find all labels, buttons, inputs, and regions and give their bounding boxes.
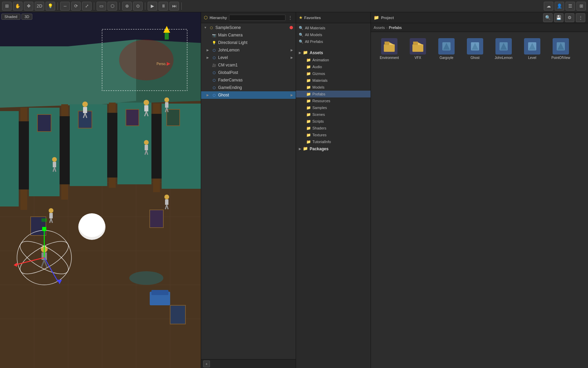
scene-3d-btn[interactable]: 3D bbox=[21, 14, 32, 20]
tree-models[interactable]: 📁 Models bbox=[296, 84, 371, 91]
hierarchy-search[interactable] bbox=[229, 15, 285, 21]
toolbar-btn-hand[interactable]: ✋ bbox=[13, 2, 22, 11]
toolbar-btn-transform[interactable]: ↔ bbox=[60, 2, 70, 11]
fav-all-prefabs[interactable]: 🔍 All Prefabs bbox=[296, 38, 371, 45]
svg-rect-56 bbox=[53, 162, 56, 167]
favorites-title: Favorites bbox=[304, 16, 321, 20]
assets-section-header[interactable]: ▶ 📁 Assets bbox=[296, 49, 371, 57]
toolbar-btn-layers[interactable]: ☰ bbox=[566, 2, 575, 11]
hierarchy-item-cm-vcam1[interactable]: 🎥 CM vcam1 bbox=[201, 61, 296, 69]
project-header: 📁 Project 🔍 💾 ⚙ ⋮ bbox=[371, 12, 588, 23]
file-gargoyle[interactable]: Gargoyle bbox=[433, 37, 460, 61]
tree-textures[interactable]: 📁 Textures bbox=[296, 132, 371, 138]
toolbar-btn-light[interactable]: 💡 bbox=[46, 2, 55, 11]
breadcrumb-prefabs[interactable]: Prefabs bbox=[389, 26, 402, 30]
toolbar-btn-rotate[interactable]: ⟳ bbox=[71, 2, 81, 11]
hierarchy-item-main-camera[interactable]: 📷 Main Camera bbox=[201, 31, 296, 39]
packages-section-header[interactable]: ▶ 📁 Packages bbox=[296, 145, 371, 153]
hierarchy-item-dir-light[interactable]: 💡 Directional Light bbox=[201, 39, 296, 46]
toolbar-btn-hex[interactable]: ⬡ bbox=[108, 2, 117, 11]
hierarchy-item-level[interactable]: ▶ ⬡ Level ▶ bbox=[201, 54, 296, 61]
ghost-file-label: Ghost bbox=[471, 56, 480, 60]
shaders-folder-icon: 📁 bbox=[306, 126, 311, 131]
hierarchy-more-btn[interactable]: ⋮ bbox=[288, 15, 293, 20]
toolbar-btn-pause[interactable]: ⏸ bbox=[159, 2, 168, 11]
fav-all-models[interactable]: 🔍 All Models bbox=[296, 31, 371, 38]
project-icon: 📁 bbox=[374, 15, 379, 20]
toolbar-btn-2d[interactable]: 2D bbox=[35, 2, 44, 11]
viewport[interactable]: ▶ Perso... Shaded 3D bbox=[0, 12, 201, 368]
fadercanvas-icon: ⬡ bbox=[211, 77, 217, 83]
fav-models-label: All Models bbox=[305, 33, 322, 37]
tree-audio[interactable]: 📁 Audio bbox=[296, 63, 371, 70]
svg-rect-34 bbox=[126, 109, 139, 126]
sep1 bbox=[58, 2, 58, 10]
tree-scenes[interactable]: 📁 Scenes bbox=[296, 111, 371, 118]
toolbar-btn-scale[interactable]: ⤢ bbox=[82, 2, 92, 11]
svg-rect-37 bbox=[150, 210, 163, 228]
toolbar-btn-pivot[interactable]: ⊕ bbox=[122, 2, 132, 11]
tree-scripts[interactable]: 📁 Scripts bbox=[296, 118, 371, 125]
toolbar-btn-rect[interactable]: ▭ bbox=[97, 2, 106, 11]
svg-point-86 bbox=[119, 40, 174, 80]
vcam-label: CM vcam1 bbox=[218, 63, 293, 67]
fav-all-materials[interactable]: 🔍 All Materials bbox=[296, 25, 371, 31]
tree-prefabs[interactable]: 📁 Prefabs bbox=[296, 91, 371, 97]
level-label: Level bbox=[218, 55, 291, 60]
tree-gizmos[interactable]: 📁 Gizmos bbox=[296, 70, 371, 77]
scripts-folder-icon: 📁 bbox=[306, 119, 311, 124]
hierarchy-item-ghost[interactable]: ▶ ⬡ Ghost ▶ bbox=[201, 91, 296, 99]
file-ghost[interactable]: Ghost bbox=[461, 37, 489, 61]
johnlemon-arrow: ▶ bbox=[291, 48, 293, 52]
files-grid: Environment VFX bbox=[374, 35, 585, 63]
file-johnlemon[interactable]: JohnLemon bbox=[490, 37, 517, 61]
hierarchy-item-johnlemon[interactable]: ▶ ⬡ JohnLemon ▶ bbox=[201, 46, 296, 54]
scenes-label: Scenes bbox=[312, 112, 325, 117]
toolbar-btn-account[interactable]: 👤 bbox=[555, 2, 564, 11]
tree-animation[interactable]: 📁 Animation bbox=[296, 57, 371, 63]
project-more-btn[interactable]: ⋮ bbox=[576, 13, 585, 22]
sep2 bbox=[94, 2, 94, 10]
tree-materials[interactable]: 📁 Materials bbox=[296, 77, 371, 84]
tree-samples[interactable]: 📁 Samples bbox=[296, 104, 371, 111]
textures-label: Textures bbox=[312, 133, 327, 137]
scene-root[interactable]: ▼ ⬡ SampleScene bbox=[201, 24, 296, 31]
file-environment[interactable]: Environment bbox=[376, 37, 403, 61]
toolbar-btn-step[interactable]: ⏭ bbox=[169, 2, 179, 11]
svg-point-55 bbox=[52, 157, 57, 162]
project-settings-btn[interactable]: ⚙ bbox=[565, 13, 574, 22]
project-save-btn[interactable]: 💾 bbox=[554, 13, 564, 22]
hierarchy-add-btn[interactable]: + bbox=[203, 361, 210, 367]
file-vfx[interactable]: VFX bbox=[404, 37, 431, 61]
breadcrumb-assets[interactable]: Assets bbox=[374, 26, 385, 30]
gargoyle-file-label: Gargoyle bbox=[440, 56, 454, 60]
tree-shaders[interactable]: 📁 Shaders bbox=[296, 125, 371, 132]
breadcrumb-sep: › bbox=[386, 26, 388, 30]
camera-label: Main Camera bbox=[218, 33, 293, 37]
file-level[interactable]: Level bbox=[519, 37, 546, 61]
tree-resources[interactable]: 📁 Resources bbox=[296, 97, 371, 104]
camera-icon: 📷 bbox=[211, 32, 217, 38]
file-pointofview[interactable]: PointOfView bbox=[547, 37, 574, 61]
johnlemon-expand: ▶ bbox=[207, 48, 211, 52]
toolbar-btn-global[interactable]: ⊙ bbox=[133, 2, 143, 11]
scene-expand-arrow: ▼ bbox=[204, 26, 209, 29]
hierarchy-item-globalpost[interactable]: ⬡ GlobalPost bbox=[201, 69, 296, 76]
toolbar-btn-layout[interactable]: ⊞ bbox=[576, 2, 586, 11]
toolbar-btn-play[interactable]: ▶ bbox=[148, 2, 157, 11]
hierarchy-item-fadercanvas[interactable]: ⬡ FaderCanvas bbox=[201, 76, 296, 84]
toolbar-btn-grid[interactable]: ⊞ bbox=[2, 2, 12, 11]
audio-folder-icon: 📁 bbox=[306, 65, 311, 69]
materials-label: Materials bbox=[312, 78, 328, 82]
gizmos-label: Gizmos bbox=[312, 72, 325, 76]
tree-tutorialinfo[interactable]: 📁 TutorialInfo bbox=[296, 138, 371, 145]
fav-materials-icon: 🔍 bbox=[299, 26, 304, 30]
toolbar-btn-move[interactable]: ✥ bbox=[24, 2, 33, 11]
svg-marker-4 bbox=[0, 46, 68, 108]
level-file-icon bbox=[524, 38, 540, 55]
svg-point-59 bbox=[164, 195, 169, 199]
toolbar-btn-collab[interactable]: ☁ bbox=[544, 2, 553, 11]
project-search-btn[interactable]: 🔍 bbox=[543, 13, 553, 22]
scene-shaded-btn[interactable]: Shaded bbox=[1, 14, 20, 20]
hierarchy-item-gameending[interactable]: ⬡ GameEnding bbox=[201, 84, 296, 91]
